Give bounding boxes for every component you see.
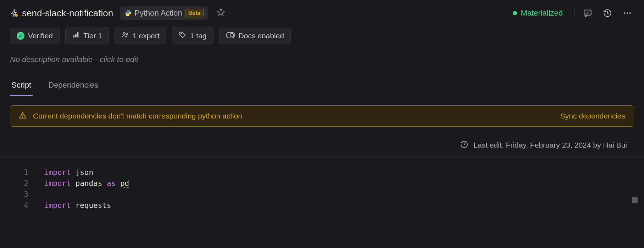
code-content: import json xyxy=(44,168,93,177)
line-number: 1 xyxy=(14,168,28,177)
svg-point-12 xyxy=(181,33,182,34)
svg-point-10 xyxy=(123,33,125,35)
action-type-label: Python Action xyxy=(134,9,182,18)
line-number: 4 xyxy=(14,201,28,210)
code-line[interactable]: 4import requests xyxy=(0,200,644,211)
warning-message: Current dependencies don't match corresp… xyxy=(33,112,242,120)
warning-triangle-icon xyxy=(19,111,27,121)
code-line[interactable]: 1import json xyxy=(0,167,644,178)
title-group: send-slack-notification xyxy=(10,8,113,19)
tags-label: 1 tag xyxy=(190,32,207,40)
code-content: import pandas as pd xyxy=(44,179,129,188)
metadata-chips: Verified Tier 1 1 expert xyxy=(0,24,644,47)
last-edit-text: Last edit: Friday, February 23, 2024 by … xyxy=(473,141,627,149)
page-header: send-slack-notification Python Action Be… xyxy=(0,0,644,24)
divider xyxy=(574,7,574,19)
svg-rect-1 xyxy=(584,10,591,15)
code-content: import requests xyxy=(44,201,111,210)
tier-chip[interactable]: Tier 1 xyxy=(65,27,109,44)
comment-button[interactable] xyxy=(581,6,594,20)
status-dot-icon xyxy=(513,11,517,15)
beta-badge: Beta xyxy=(185,9,204,17)
tags-chip[interactable]: 1 tag xyxy=(172,27,213,44)
action-type-badge[interactable]: Python Action Beta xyxy=(120,6,208,20)
svg-point-11 xyxy=(126,33,128,35)
tabs: Script Dependencies xyxy=(10,76,634,96)
svg-point-0 xyxy=(15,14,18,17)
svg-point-6 xyxy=(629,12,631,14)
scrollbar-thumb[interactable] xyxy=(632,197,638,203)
svg-rect-9 xyxy=(77,32,79,38)
more-menu-button[interactable] xyxy=(621,6,634,20)
bars-icon xyxy=(72,31,80,40)
history-button[interactable] xyxy=(601,6,614,20)
tab-script[interactable]: Script xyxy=(10,76,33,96)
tab-dependencies[interactable]: Dependencies xyxy=(47,76,100,96)
svg-rect-7 xyxy=(73,35,75,38)
warning-left: Current dependencies don't match corresp… xyxy=(19,111,242,121)
svg-rect-8 xyxy=(75,34,77,37)
toggle-icon xyxy=(226,32,235,40)
svg-point-5 xyxy=(627,12,628,14)
docs-label: Docs enabled xyxy=(239,32,284,40)
line-number: 3 xyxy=(14,190,28,199)
docs-chip[interactable]: Docs enabled xyxy=(219,28,291,44)
status-label: Materialized xyxy=(521,9,563,18)
warning-banner: Current dependencies don't match corresp… xyxy=(10,105,634,127)
description-field[interactable]: No description available - click to edit xyxy=(0,47,644,72)
tag-icon xyxy=(179,31,187,40)
tier-label: Tier 1 xyxy=(83,32,102,40)
svg-point-14 xyxy=(230,33,234,37)
status-pill[interactable]: Materialized xyxy=(508,6,568,20)
star-button[interactable] xyxy=(215,6,227,20)
scrollbar[interactable] xyxy=(632,167,638,224)
sync-dependencies-button[interactable]: Sync dependencies xyxy=(560,112,625,120)
lightning-icon xyxy=(10,9,18,17)
page-title: send-slack-notification xyxy=(22,8,113,19)
check-circle-icon xyxy=(17,32,24,40)
experts-chip[interactable]: 1 expert xyxy=(115,27,166,44)
line-number: 2 xyxy=(14,179,28,188)
experts-label: 1 expert xyxy=(133,32,160,40)
python-icon xyxy=(124,10,132,17)
verified-chip[interactable]: Verified xyxy=(10,28,60,44)
header-left: send-slack-notification Python Action Be… xyxy=(10,6,227,20)
svg-point-16 xyxy=(22,117,23,118)
code-editor[interactable]: 1import json2import pandas as pd34import… xyxy=(0,156,644,211)
tabs-container: Script Dependencies xyxy=(0,76,644,96)
last-edit-row: Last edit: Friday, February 23, 2024 by … xyxy=(0,136,644,156)
code-line[interactable]: 3 xyxy=(0,189,644,200)
people-icon xyxy=(121,31,129,40)
verified-label: Verified xyxy=(28,32,53,40)
code-line[interactable]: 2import pandas as pd xyxy=(0,178,644,189)
history-icon xyxy=(460,140,468,150)
header-right: Materialized xyxy=(508,6,634,20)
svg-point-4 xyxy=(624,12,625,14)
